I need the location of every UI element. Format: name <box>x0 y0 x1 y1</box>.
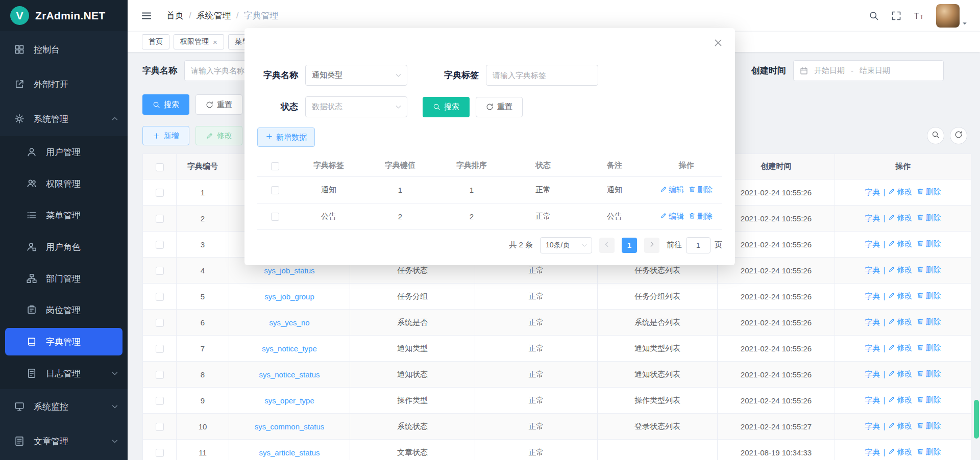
sidebar-item-系统监控[interactable]: 系统监控 <box>0 389 128 424</box>
breadcrumb-item[interactable]: 首页 <box>166 10 184 21</box>
sidebar-item-外部打开[interactable]: 外部打开 <box>0 67 128 101</box>
delete-link[interactable]: 删除 <box>917 239 941 249</box>
dict-type-link[interactable]: sys_oper_type <box>264 396 314 405</box>
delete-link[interactable]: 删除 <box>917 187 941 197</box>
edit-link[interactable]: 编辑 <box>660 212 684 221</box>
prev-page-button[interactable] <box>599 238 615 253</box>
sidebar-item-用户角色[interactable]: 用户角色 <box>0 231 128 263</box>
edit-link[interactable]: 编辑 <box>660 185 684 195</box>
fullscreen-icon[interactable] <box>891 11 901 21</box>
row-checkbox[interactable] <box>271 186 279 194</box>
breadcrumb-item[interactable]: 系统管理 <box>197 10 231 21</box>
delete-link[interactable]: 删除 <box>917 213 941 223</box>
row-checkbox[interactable] <box>156 345 164 353</box>
row-checkbox[interactable] <box>156 189 164 197</box>
avatar[interactable] <box>936 4 960 28</box>
dialog-search-button[interactable]: 搜索 <box>423 97 470 117</box>
sidebar-item-文章管理[interactable]: 文章管理 <box>0 424 128 458</box>
delete-link[interactable]: 删除 <box>917 343 941 353</box>
dict-data-link[interactable]: 字典 <box>865 422 880 431</box>
row-checkbox[interactable] <box>156 449 164 457</box>
refresh-button[interactable] <box>950 127 967 144</box>
search-button[interactable]: 搜索 <box>142 94 189 115</box>
user-menu[interactable] <box>936 4 968 28</box>
row-checkbox[interactable] <box>156 215 164 223</box>
edit-link[interactable]: 修改 <box>888 265 912 275</box>
dict-label-input[interactable] <box>486 65 598 86</box>
edit-button[interactable]: 修改 <box>195 126 242 145</box>
next-page-button[interactable] <box>644 238 659 253</box>
goto-page-input[interactable] <box>686 237 710 253</box>
edit-link[interactable]: 修改 <box>888 369 912 379</box>
tab-首页[interactable]: 首页 <box>142 34 169 49</box>
tab-权限管理[interactable]: 权限管理× <box>174 34 224 49</box>
delete-link[interactable]: 删除 <box>917 291 941 301</box>
edit-link[interactable]: 修改 <box>888 187 912 197</box>
search-icon[interactable] <box>869 11 879 21</box>
hamburger-menu-icon[interactable] <box>141 10 152 21</box>
dict-data-link[interactable]: 字典 <box>865 370 880 379</box>
page-size-select[interactable]: 10条/页 <box>540 237 592 253</box>
dict-type-link[interactable]: sys_job_status <box>264 266 314 275</box>
edit-link[interactable]: 修改 <box>888 213 912 223</box>
sidebar-item-系统管理[interactable]: 系统管理 <box>0 101 128 136</box>
row-checkbox[interactable] <box>156 241 164 249</box>
edit-link[interactable]: 修改 <box>888 395 912 405</box>
dict-data-link[interactable]: 字典 <box>865 266 880 275</box>
edit-link[interactable]: 修改 <box>888 317 912 327</box>
sidebar-item-菜单管理[interactable]: 菜单管理 <box>0 199 128 231</box>
dict-type-link[interactable]: sys_notice_status <box>259 370 320 379</box>
sidebar-item-日志管理[interactable]: 日志管理 <box>0 357 128 389</box>
dialog-reset-button[interactable]: 重置 <box>476 97 523 117</box>
dict-type-link[interactable]: sys_article_status <box>259 448 320 457</box>
edit-link[interactable]: 修改 <box>888 421 912 431</box>
font-size-icon[interactable]: TT <box>914 11 924 21</box>
select-all-checkbox[interactable] <box>156 163 164 171</box>
edit-link[interactable]: 修改 <box>888 447 912 457</box>
select-all-checkbox[interactable] <box>271 162 279 170</box>
delete-link[interactable]: 删除 <box>917 447 941 457</box>
sidebar-item-控制台[interactable]: 控制台 <box>0 32 128 67</box>
sidebar-item-权限管理[interactable]: 权限管理 <box>0 168 128 199</box>
delete-link[interactable]: 删除 <box>917 395 941 405</box>
dict-data-link[interactable]: 字典 <box>865 344 880 353</box>
close-icon[interactable] <box>714 38 723 47</box>
dict-type-link[interactable]: sys_notice_type <box>262 344 317 353</box>
sidebar-item-部门管理[interactable]: 部门管理 <box>0 263 128 294</box>
row-checkbox[interactable] <box>271 213 279 221</box>
row-checkbox[interactable] <box>156 267 164 275</box>
row-checkbox[interactable] <box>156 423 164 431</box>
row-checkbox[interactable] <box>156 319 164 327</box>
sidebar-item-用户管理[interactable]: 用户管理 <box>0 136 128 168</box>
date-range-picker[interactable]: 开始日期 - 结束日期 <box>793 60 944 81</box>
dict-data-link[interactable]: 字典 <box>865 240 880 249</box>
edit-link[interactable]: 修改 <box>888 239 912 249</box>
sidebar-item-字典管理[interactable]: 字典管理 <box>5 328 122 355</box>
row-checkbox[interactable] <box>156 371 164 379</box>
add-data-button[interactable]: 新增数据 <box>257 127 315 147</box>
row-checkbox[interactable] <box>156 293 164 301</box>
delete-link[interactable]: 删除 <box>689 185 713 195</box>
dict-type-link[interactable]: sys_yes_no <box>269 318 309 327</box>
dict-name-select[interactable]: 通知类型 <box>305 65 407 86</box>
dict-data-link[interactable]: 字典 <box>865 188 880 197</box>
dict-data-link[interactable]: 字典 <box>865 448 880 457</box>
delete-link[interactable]: 删除 <box>917 421 941 431</box>
add-button[interactable]: 新增 <box>142 126 189 145</box>
edit-link[interactable]: 修改 <box>888 291 912 301</box>
row-checkbox[interactable] <box>156 397 164 405</box>
delete-link[interactable]: 删除 <box>689 212 713 221</box>
show-search-button[interactable] <box>927 127 944 144</box>
dict-data-link[interactable]: 字典 <box>865 292 880 301</box>
breadcrumb-item[interactable]: 字典管理 <box>243 10 278 21</box>
scrollbar-thumb[interactable] <box>974 400 979 439</box>
scrollbar-track[interactable] <box>974 0 979 460</box>
edit-link[interactable]: 修改 <box>888 343 912 353</box>
sidebar-item-岗位管理[interactable]: 岗位管理 <box>0 294 128 326</box>
dict-data-link[interactable]: 字典 <box>865 318 880 327</box>
dict-type-link[interactable]: sys_job_group <box>264 292 314 301</box>
dict-type-link[interactable]: sys_common_status <box>255 422 325 431</box>
close-icon[interactable]: × <box>213 38 217 46</box>
status-select[interactable]: 数据状态 <box>305 96 407 117</box>
current-page-button[interactable]: 1 <box>622 238 637 253</box>
